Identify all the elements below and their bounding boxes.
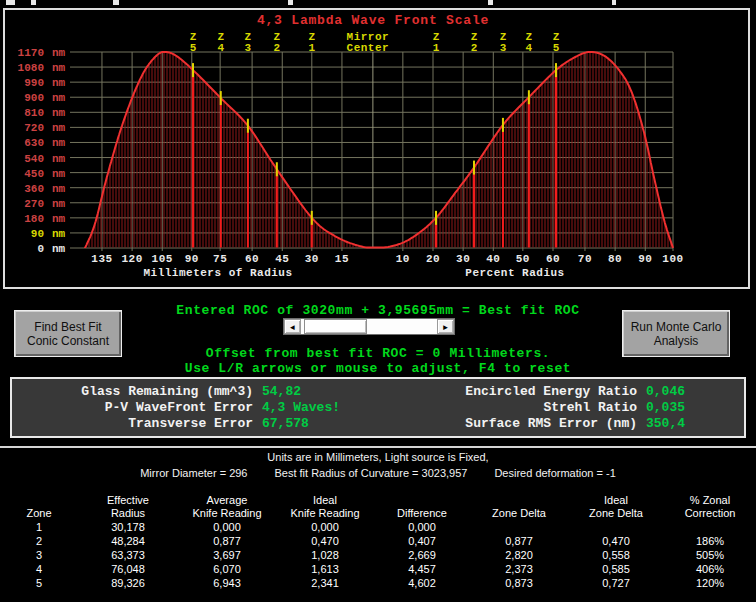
table-cell: 4 xyxy=(0,562,78,576)
stat-value: 67,578 xyxy=(262,416,309,431)
y-axis-unit: nm xyxy=(52,107,66,119)
x-axis-label: 45 xyxy=(275,253,289,265)
stat-label: Glass Remaining (mm^3) xyxy=(12,384,253,399)
desired-deformation-text: Desired deformation = -1 xyxy=(494,467,615,479)
table-cell: 1,028 xyxy=(276,548,374,562)
x-axis-label: 120 xyxy=(121,253,142,265)
table-cell: 406% xyxy=(664,562,756,576)
y-axis-unit: nm xyxy=(52,213,66,225)
x-axis-caption-percent: Percent Radius xyxy=(465,267,564,279)
section-divider xyxy=(0,446,756,448)
table-cell: 0,585 xyxy=(568,562,664,576)
y-axis-label: 270 xyxy=(24,198,44,210)
scrollbar-right-arrow-icon[interactable]: ► xyxy=(437,319,454,334)
table-cell: 0,877 xyxy=(178,534,276,548)
table-cell: 3 xyxy=(0,548,78,562)
y-axis-unit: nm xyxy=(52,168,66,180)
table-cell: 186% xyxy=(664,534,756,548)
stat-value: 54,82 xyxy=(262,384,301,399)
table-cell xyxy=(470,520,568,534)
y-axis-unit: nm xyxy=(52,77,66,89)
table-cell: 3,697 xyxy=(178,548,276,562)
stat-label: Encircled Energy Ratio xyxy=(320,384,637,399)
y-axis-label: 810 xyxy=(24,107,44,119)
mirror-diameter-text: Mirror Diameter = 296 xyxy=(140,467,247,479)
statistics-panel: Glass Remaining (mm^3)54,82P-V WaveFront… xyxy=(10,377,746,438)
table-cell xyxy=(568,520,664,534)
zone-table: EffectiveAverageIdealIdeal% ZonalZoneRad… xyxy=(0,494,756,590)
roc-offset-scrollbar[interactable]: ◄ ► xyxy=(283,318,455,335)
table-header-cell: Correction xyxy=(664,507,756,520)
x-axis-label: 30 xyxy=(305,253,319,265)
table-cell xyxy=(664,520,756,534)
table-header-cell: Zone xyxy=(0,507,78,520)
zone-label: 5 xyxy=(190,42,197,54)
table-cell: 48,284 xyxy=(78,534,178,548)
y-axis-label: 450 xyxy=(24,168,44,180)
scrollbar-thumb[interactable] xyxy=(304,319,367,334)
table-cell: 89,326 xyxy=(78,576,178,590)
table-header-cell: Radius xyxy=(78,507,178,520)
table-cell: 5 xyxy=(0,576,78,590)
zone-label: 2 xyxy=(274,42,281,54)
table-cell: 4,602 xyxy=(374,576,470,590)
x-axis-caption-mm: Millimeters of Radius xyxy=(143,267,292,279)
chart-frame: 1170nm1080nm990nm900nm810nm720nm630nm540… xyxy=(3,8,750,289)
best-fit-roc-text: Best fit Radius of Curvature = 3023,957 xyxy=(275,467,468,479)
wavefront-chart: 1170nm1080nm990nm900nm810nm720nm630nm540… xyxy=(5,10,748,287)
y-axis-unit: nm xyxy=(52,62,66,74)
table-cell: 0,873 xyxy=(470,576,568,590)
zone-label: 1 xyxy=(308,42,315,54)
table-cell: 0,470 xyxy=(568,534,664,548)
table-cell: 2,373 xyxy=(470,562,568,576)
find-best-fit-conic-button[interactable]: Find Best Fit Conic Constant xyxy=(14,310,122,357)
table-header-cell: Ideal xyxy=(568,494,664,507)
y-axis-label: 900 xyxy=(24,92,44,104)
x-axis-label: 50 xyxy=(516,253,530,265)
x-axis-label: 90 xyxy=(185,253,199,265)
table-cell: 0,407 xyxy=(374,534,470,548)
y-axis-unit: nm xyxy=(52,47,66,59)
x-axis-label: 20 xyxy=(426,253,440,265)
stat-row: Glass Remaining (mm^3)54,82 xyxy=(12,383,340,399)
stat-row: Strehl Ratio0,035 xyxy=(320,399,685,415)
x-axis-label: 30 xyxy=(456,253,470,265)
table-cell: 0,558 xyxy=(568,548,664,562)
units-info-text: Units are in Millimeters, Light source i… xyxy=(0,451,756,463)
scrollbar-track[interactable] xyxy=(301,319,437,334)
y-axis-unit: nm xyxy=(52,137,66,149)
table-header-row: ZoneRadiusKnife ReadingKnife ReadingDiff… xyxy=(0,507,756,520)
stat-value: 0,035 xyxy=(646,400,685,415)
run-monte-carlo-button[interactable]: Run Monte Carlo Analysis xyxy=(622,310,730,357)
zone-label: 4 xyxy=(526,42,533,54)
table-cell: 63,373 xyxy=(78,548,178,562)
table-header-row: EffectiveAverageIdealIdeal% Zonal xyxy=(0,494,756,507)
y-axis-label: 720 xyxy=(24,122,44,134)
y-axis-unit: nm xyxy=(52,122,66,134)
table-cell: 0,470 xyxy=(276,534,374,548)
y-axis-label: 540 xyxy=(24,153,44,165)
stat-row: P-V WaveFront Error4,3 Waves! xyxy=(12,399,340,415)
y-axis-unit: nm xyxy=(52,92,66,104)
table-cell: 120% xyxy=(664,576,756,590)
stat-row: Transverse Error67,578 xyxy=(12,415,340,431)
table-header-cell: % Zonal xyxy=(664,494,756,507)
y-axis-label: 1170 xyxy=(18,47,44,59)
table-row: 248,2840,8770,4700,4070,8770,470186% xyxy=(0,534,756,548)
stat-value: 0,046 xyxy=(646,384,685,399)
y-axis-label: 630 xyxy=(24,137,44,149)
y-axis-unit: nm xyxy=(52,153,66,165)
table-header-cell: Difference xyxy=(374,507,470,520)
table-cell: 1 xyxy=(0,520,78,534)
table-row: 363,3733,6971,0282,6692,8200,558505% xyxy=(0,548,756,562)
y-axis-label: 360 xyxy=(24,183,44,195)
x-axis-label: 90 xyxy=(638,253,652,265)
table-cell: 6,070 xyxy=(178,562,276,576)
table-header-cell: Knife Reading xyxy=(178,507,276,520)
scrollbar-left-arrow-icon[interactable]: ◄ xyxy=(284,319,301,334)
table-cell: 30,178 xyxy=(78,520,178,534)
table-row: 476,0486,0701,6134,4572,3730,585406% xyxy=(0,562,756,576)
y-axis-label: 0 xyxy=(37,243,44,255)
x-axis-label: 60 xyxy=(245,253,259,265)
table-header-cell xyxy=(374,494,470,507)
